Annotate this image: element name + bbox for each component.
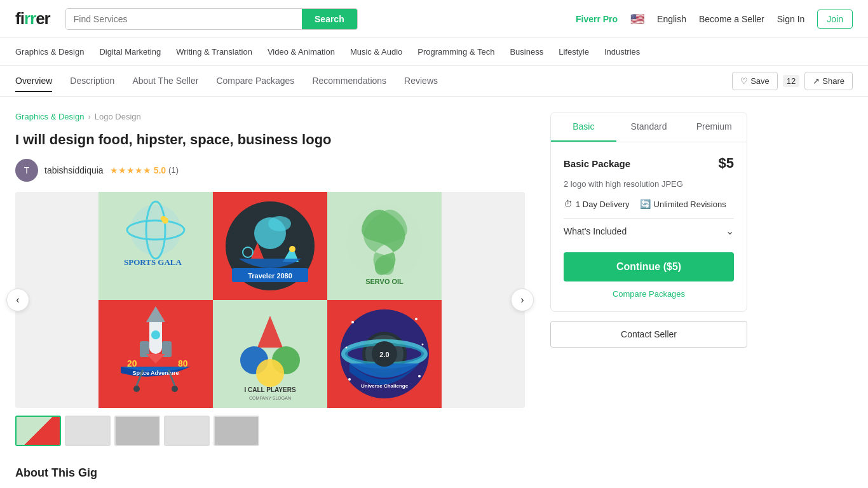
sign-in-link[interactable]: Sign In xyxy=(777,14,805,24)
tab-recommendations[interactable]: Recommendations xyxy=(312,71,386,92)
share-label: Share xyxy=(822,76,844,86)
breadcrumb-current: Logo Design xyxy=(95,112,141,121)
fiverr-pro-link[interactable]: Fiverr Pro xyxy=(576,14,618,24)
svg-point-29 xyxy=(172,386,178,392)
thumbnails xyxy=(15,416,525,446)
svg-text:COMPANY SLOGAN: COMPANY SLOGAN xyxy=(249,396,291,400)
rating-value: 5.0 xyxy=(154,165,166,175)
tab-about-seller[interactable]: About The Seller xyxy=(132,71,198,92)
save-label: Save xyxy=(750,76,770,86)
svg-point-4 xyxy=(161,216,166,221)
nav-item-lifestyle[interactable]: Lifestyle xyxy=(559,44,589,59)
main-content: Graphics & Design › Logo Design I will d… xyxy=(0,97,763,488)
seller-avatar[interactable]: T xyxy=(15,159,38,182)
tab-premium[interactable]: Premium xyxy=(681,112,747,142)
nav-item-music[interactable]: Music & Audio xyxy=(350,44,402,59)
tab-compare-packages[interactable]: Compare Packages xyxy=(216,71,294,92)
tab-description[interactable]: Description xyxy=(70,71,114,92)
continue-button[interactable]: Continue ($5) xyxy=(564,252,734,281)
gallery-main: SPORTS GALA Traveler 2080 xyxy=(15,192,525,408)
svg-point-43 xyxy=(346,346,348,348)
svg-marker-18 xyxy=(146,306,165,322)
thumbnail-3[interactable] xyxy=(114,416,160,446)
logo-grid: SPORTS GALA Traveler 2080 xyxy=(98,192,442,408)
breadcrumb-separator: › xyxy=(88,112,90,121)
nav-item-graphics[interactable]: Graphics & Design xyxy=(15,44,84,59)
svg-point-41 xyxy=(351,321,354,323)
breadcrumb-parent[interactable]: Graphics & Design xyxy=(15,112,84,121)
sub-nav-actions: ♡ Save 12 ↗ Share xyxy=(732,72,853,90)
svg-point-0 xyxy=(130,205,181,255)
share-button[interactable]: ↗ Share xyxy=(804,72,853,90)
package-tabs: Basic Standard Premium xyxy=(551,112,747,142)
tab-reviews[interactable]: Reviews xyxy=(404,71,438,92)
svg-text:80: 80 xyxy=(178,358,188,369)
logo-cell-3: SERVO OIL xyxy=(327,192,442,300)
svg-point-44 xyxy=(422,343,424,345)
package-card: Basic Standard Premium Basic Package $5 … xyxy=(550,112,747,312)
nav-item-video[interactable]: Video & Animation xyxy=(268,44,335,59)
revisions-info: 🔄 Unlimited Revisions xyxy=(640,199,726,209)
refresh-icon: 🔄 xyxy=(640,199,651,209)
svg-text:20: 20 xyxy=(127,358,137,369)
svg-point-28 xyxy=(133,386,140,392)
gallery-wrapper: ‹ SPORTS GALA xyxy=(15,192,525,408)
rating-count: (1) xyxy=(168,165,179,175)
nav-item-digital[interactable]: Digital Marketing xyxy=(99,44,161,59)
svg-text:I CALL PLAYERS: I CALL PLAYERS xyxy=(244,386,295,393)
thumbnail-5[interactable] xyxy=(214,416,259,446)
tab-basic[interactable]: Basic xyxy=(551,112,616,142)
nav-item-programming[interactable]: Programming & Tech xyxy=(417,44,494,59)
whats-included-toggle[interactable]: What's Included ⌄ xyxy=(564,218,734,243)
search-bar: Search xyxy=(65,8,358,30)
language-selector[interactable]: English xyxy=(657,14,686,24)
logo-cell-1: SPORTS GALA xyxy=(98,192,213,300)
package-price: $5 xyxy=(719,155,734,172)
nav-item-business[interactable]: Business xyxy=(510,44,543,59)
compare-packages-link[interactable]: Compare Packages xyxy=(564,289,734,299)
become-seller-link[interactable]: Become a Seller xyxy=(699,14,764,24)
tab-standard[interactable]: Standard xyxy=(616,112,682,142)
seller-rating: ★★★★★ 5.0 (1) xyxy=(110,165,179,175)
delivery-label: 1 Day Delivery xyxy=(576,200,630,209)
gig-title: I will design food, hipster, space, busi… xyxy=(15,130,525,150)
flag-icon: 🇺🇸 xyxy=(630,12,644,26)
search-button[interactable]: Search xyxy=(302,9,357,29)
nav-item-writing[interactable]: Writing & Translation xyxy=(176,44,252,59)
package-header: Basic Package $5 xyxy=(564,155,734,172)
right-panel: Basic Standard Premium Basic Package $5 … xyxy=(550,112,747,488)
sub-nav: Overview Description About The Seller Co… xyxy=(0,66,868,97)
thumbnail-4[interactable] xyxy=(164,416,210,446)
star-icons: ★★★★★ xyxy=(110,165,151,175)
seller-info: T tabishsiddiquia ★★★★★ 5.0 (1) xyxy=(15,159,525,182)
svg-point-8 xyxy=(268,216,291,231)
chevron-down-icon: ⌄ xyxy=(726,225,734,237)
about-gig-title: About This Gig xyxy=(15,466,525,480)
save-count: 12 xyxy=(783,75,799,87)
svg-marker-30 xyxy=(257,316,283,348)
package-meta: ⏱ 1 Day Delivery 🔄 Unlimited Revisions xyxy=(564,199,734,209)
logo-cell-4: Space Adventure 20 80 xyxy=(98,300,213,408)
main-nav: Graphics & Design Digital Marketing Writ… xyxy=(0,38,868,66)
gallery-prev-button[interactable]: ‹ xyxy=(6,288,29,311)
contact-seller-button[interactable]: Contact Seller xyxy=(550,321,747,348)
nav-item-industries[interactable]: Industries xyxy=(604,44,640,59)
logo[interactable]: firrer xyxy=(15,9,50,29)
save-button[interactable]: ♡ Save xyxy=(732,72,778,90)
thumbnail-2[interactable] xyxy=(65,416,111,446)
search-input[interactable] xyxy=(66,9,302,29)
svg-point-45 xyxy=(348,378,351,381)
svg-text:SERVO OIL: SERVO OIL xyxy=(365,278,403,285)
package-body: Basic Package $5 2 logo with high resolu… xyxy=(551,142,747,311)
logo-cell-5: I CALL PLAYERS COMPANY SLOGAN xyxy=(213,300,327,408)
clock-icon: ⏱ xyxy=(564,199,573,209)
whats-included-label: What's Included xyxy=(564,226,627,236)
join-button[interactable]: Join xyxy=(817,10,853,29)
svg-point-14 xyxy=(289,246,295,252)
seller-name[interactable]: tabishsiddiquia xyxy=(44,165,104,175)
revisions-label: Unlimited Revisions xyxy=(654,200,726,209)
gallery-next-button[interactable]: › xyxy=(511,288,534,311)
tab-overview[interactable]: Overview xyxy=(15,71,52,92)
package-description: 2 logo with high resolution JPEG xyxy=(564,179,734,189)
thumbnail-1[interactable] xyxy=(15,416,61,446)
